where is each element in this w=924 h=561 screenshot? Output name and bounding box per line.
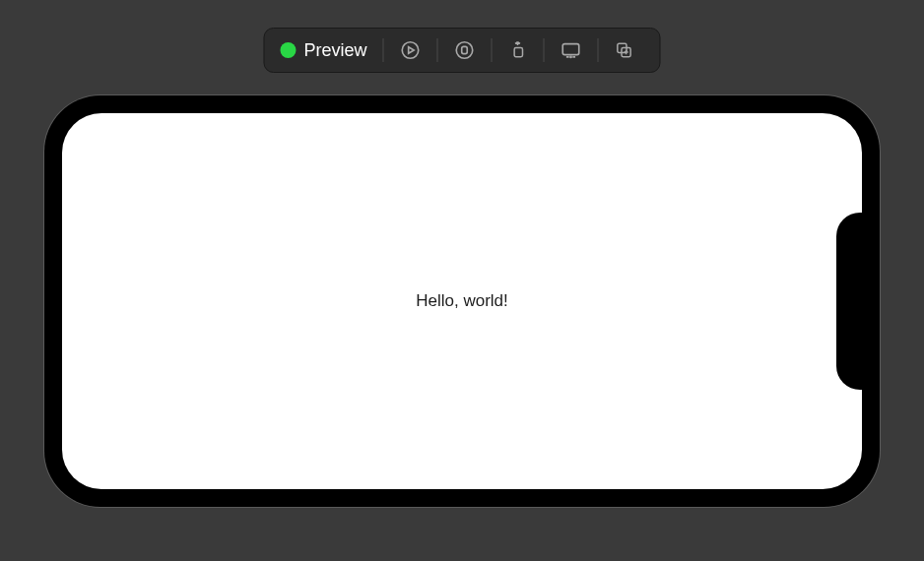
content-label: Hello, world! [416, 291, 508, 311]
play-circle-icon [400, 39, 422, 61]
display-icon [561, 39, 582, 61]
device-notch [836, 213, 862, 390]
device-settings-button[interactable] [545, 33, 598, 67]
svg-rect-2 [462, 46, 468, 53]
duplicate-plus-icon [615, 40, 634, 60]
svg-rect-3 [514, 48, 522, 57]
rotate-icon [508, 40, 528, 60]
device-screen[interactable]: Hello, world! [62, 113, 862, 489]
svg-point-0 [402, 42, 419, 59]
svg-rect-4 [562, 44, 579, 55]
preview-toolbar: Preview [263, 28, 660, 73]
preview-mode-button[interactable]: Preview [274, 33, 382, 67]
live-button[interactable] [384, 33, 437, 67]
preview-label: Preview [303, 40, 366, 61]
svg-point-5 [569, 56, 572, 59]
rotate-button[interactable] [493, 33, 544, 67]
preview-canvas: Hello, world! [43, 94, 881, 508]
duplicate-preview-button[interactable] [599, 33, 650, 67]
live-status-dot [280, 42, 296, 58]
square-circle-icon [454, 39, 476, 61]
svg-point-1 [456, 42, 473, 59]
device-frame: Hello, world! [44, 95, 880, 507]
device-outer-frame: Hello, world! [43, 94, 881, 508]
selectable-button[interactable] [438, 33, 492, 67]
